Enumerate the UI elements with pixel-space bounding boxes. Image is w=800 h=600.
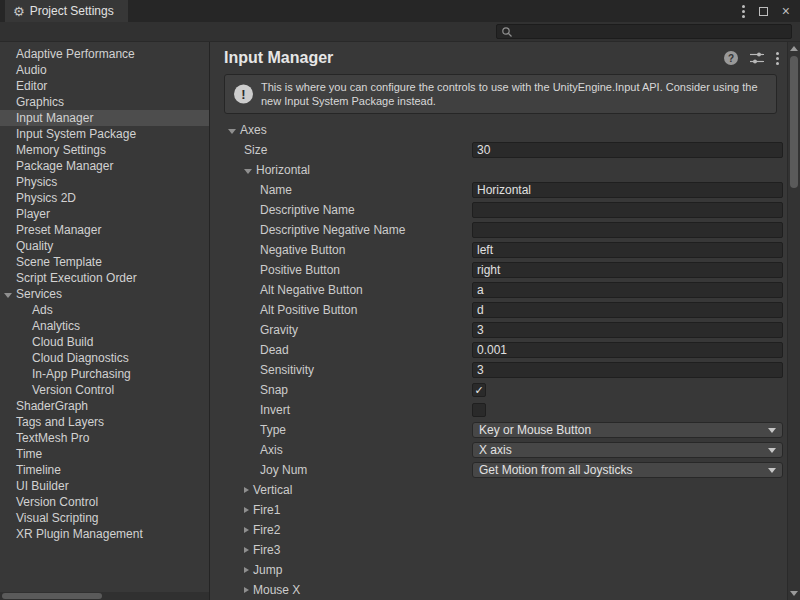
sidebar-item-cloud-diagnostics[interactable]: Cloud Diagnostics (0, 350, 209, 366)
field-name[interactable] (472, 182, 783, 198)
dropdown-joy-num[interactable]: Get Motion from all Joysticks (472, 462, 783, 478)
sidebar-item-player[interactable]: Player (0, 206, 209, 222)
sidebar-item-ads[interactable]: Ads (0, 302, 209, 318)
sidebar-item-adaptive-performance[interactable]: Adaptive Performance (0, 46, 209, 62)
maximize-icon[interactable] (759, 7, 768, 16)
sidebar-item-physics-2d[interactable]: Physics 2D (0, 190, 209, 206)
sidebar-item-preset-manager[interactable]: Preset Manager (0, 222, 209, 238)
property-label[interactable]: Fire2 (253, 523, 280, 537)
sidebar-item-ui-builder[interactable]: UI Builder (0, 478, 209, 494)
sidebar-item-services[interactable]: Services (0, 286, 209, 302)
field-sensitivity[interactable] (472, 362, 783, 378)
checkbox-snap[interactable]: ✓ (472, 383, 486, 397)
foldout-closed-icon[interactable] (244, 567, 249, 573)
sidebar-item-cloud-build[interactable]: Cloud Build (0, 334, 209, 350)
sidebar-item-tags-and-layers[interactable]: Tags and Layers (0, 414, 209, 430)
kebab-menu-icon[interactable] (742, 5, 745, 18)
foldout-closed-icon[interactable] (244, 487, 249, 493)
field-alt-positive-button[interactable] (472, 302, 783, 318)
help-icon[interactable]: ? (724, 51, 738, 65)
vertical-scrollbar-thumb[interactable] (790, 56, 798, 188)
dropdown-value: Key or Mouse Button (479, 423, 762, 437)
sidebar-item-xr-plugin-management[interactable]: XR Plugin Management (0, 526, 209, 542)
foldout-closed-icon[interactable] (244, 547, 249, 553)
field-size[interactable] (472, 142, 783, 158)
sidebar-item-label: Memory Settings (16, 143, 106, 157)
foldout-open-icon[interactable] (244, 169, 252, 174)
foldout-closed-icon[interactable] (244, 507, 249, 513)
property-row-size: Size (210, 140, 787, 160)
sidebar-item-label: Graphics (16, 95, 64, 109)
property-label[interactable]: Vertical (253, 483, 292, 497)
property-label: Axis (260, 443, 283, 457)
context-menu-icon[interactable] (776, 52, 779, 65)
sidebar-item-shadergraph[interactable]: ShaderGraph (0, 398, 209, 414)
close-icon[interactable]: × (782, 4, 790, 18)
foldout-closed-icon[interactable] (244, 587, 249, 593)
tab-project-settings[interactable]: ⚙ Project Settings (5, 0, 128, 22)
sidebar-item-time[interactable]: Time (0, 446, 209, 462)
field-descriptive-negative-name[interactable] (472, 222, 783, 238)
dropdown-type[interactable]: Key or Mouse Button (472, 422, 783, 438)
sidebar-item-package-manager[interactable]: Package Manager (0, 158, 209, 174)
sidebar-item-in-app-purchasing[interactable]: In-App Purchasing (0, 366, 209, 382)
property-field (472, 322, 783, 338)
sidebar-item-graphics[interactable]: Graphics (0, 94, 209, 110)
field-negative-button[interactable] (472, 242, 783, 258)
presets-icon[interactable] (750, 52, 764, 64)
property-label[interactable]: Fire3 (253, 543, 280, 557)
sidebar-item-label: Time (16, 447, 42, 461)
field-descriptive-name[interactable] (472, 202, 783, 218)
property-label: Alt Negative Button (260, 283, 363, 297)
property-field: Get Motion from all Joysticks (472, 462, 783, 478)
horizontal-scrollbar[interactable] (0, 592, 209, 600)
property-field (472, 403, 783, 417)
property-label[interactable]: Axes (240, 123, 267, 137)
sidebar-item-physics[interactable]: Physics (0, 174, 209, 190)
sidebar-item-input-system-package[interactable]: Input System Package (0, 126, 209, 142)
sidebar-item-scene-template[interactable]: Scene Template (0, 254, 209, 270)
field-dead[interactable] (472, 342, 783, 358)
sidebar-item-analytics[interactable]: Analytics (0, 318, 209, 334)
sidebar-item-label: Cloud Build (32, 335, 93, 349)
sidebar-item-visual-scripting[interactable]: Visual Scripting (0, 510, 209, 526)
field-alt-negative-button[interactable] (472, 282, 783, 298)
sidebar-item-audio[interactable]: Audio (0, 62, 209, 78)
property-label[interactable]: Fire1 (253, 503, 280, 517)
horizontal-scrollbar-thumb[interactable] (2, 593, 102, 599)
sidebar-item-memory-settings[interactable]: Memory Settings (0, 142, 209, 158)
foldout-open-icon[interactable] (4, 293, 12, 298)
dropdown-axis[interactable]: X axis (472, 442, 783, 458)
scroll-up-icon[interactable] (790, 46, 798, 51)
sidebar-item-quality[interactable]: Quality (0, 238, 209, 254)
property-field (472, 242, 783, 258)
sidebar-item-editor[interactable]: Editor (0, 78, 209, 94)
field-gravity[interactable] (472, 322, 783, 338)
sidebar-item-version-control[interactable]: Version Control (0, 382, 209, 398)
property-row-axis: AxisX axis (210, 440, 787, 460)
sidebar-item-textmesh-pro[interactable]: TextMesh Pro (0, 430, 209, 446)
foldout-open-icon[interactable] (228, 129, 236, 134)
checkbox-invert[interactable] (472, 403, 486, 417)
property-field: Key or Mouse Button (472, 422, 783, 438)
field-positive-button[interactable] (472, 262, 783, 278)
sidebar-item-timeline[interactable]: Timeline (0, 462, 209, 478)
sidebar-item-version-control[interactable]: Version Control (0, 494, 209, 510)
search-box[interactable] (496, 24, 792, 39)
scroll-down-icon[interactable] (790, 591, 798, 596)
property-label[interactable]: Jump (253, 563, 282, 577)
sidebar-item-input-manager[interactable]: Input Manager (0, 110, 209, 126)
property-field (472, 222, 783, 238)
search-input[interactable] (516, 26, 787, 38)
property-field (472, 302, 783, 318)
property-row-joy-num: Joy NumGet Motion from all Joysticks (210, 460, 787, 480)
property-label[interactable]: Mouse X (253, 583, 300, 597)
sidebar-item-script-execution-order[interactable]: Script Execution Order (0, 270, 209, 286)
sidebar-item-label: Editor (16, 79, 47, 93)
sidebar-item-label: Script Execution Order (16, 271, 137, 285)
chevron-down-icon (768, 468, 776, 473)
vertical-scrollbar[interactable] (787, 42, 800, 600)
property-label[interactable]: Horizontal (256, 163, 310, 177)
foldout-closed-icon[interactable] (244, 527, 249, 533)
sidebar-item-label: In-App Purchasing (32, 367, 131, 381)
